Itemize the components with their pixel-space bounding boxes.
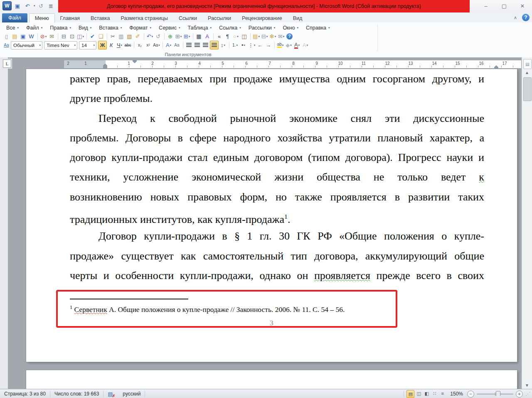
- line-spacing-button[interactable]: ↕▾: [219, 41, 227, 49]
- italic-button[interactable]: К: [107, 41, 115, 49]
- shading-button[interactable]: ◆▾: [285, 41, 293, 49]
- styles-icon[interactable]: Аа: [2, 41, 10, 49]
- page-indicator[interactable]: Страница: 3 из 80: [0, 391, 50, 397]
- menu-table[interactable]: Таблица▾: [184, 24, 215, 32]
- scrollbar-thumb[interactable]: [523, 77, 532, 101]
- minimize-button[interactable]: –: [480, 1, 492, 10]
- menu-file[interactable]: Файл▾: [22, 24, 46, 32]
- tab-mailings[interactable]: Рассылки: [202, 14, 236, 22]
- scroll-down-arrow[interactable]: ▼: [522, 382, 532, 388]
- draw-table-icon[interactable]: ⊞▾: [175, 32, 182, 40]
- change-case-button[interactable]: Aa▾: [153, 41, 160, 49]
- style-combo[interactable]: Обычный▾: [11, 41, 42, 49]
- columns-icon[interactable]: ▦: [195, 32, 203, 40]
- document-map-icon[interactable]: «: [215, 32, 223, 40]
- vertical-scrollbar[interactable]: ▤ ▲ ▼: [522, 57, 532, 389]
- paste-icon[interactable]: ▧: [126, 32, 133, 40]
- mail-options-icon[interactable]: ✉▾: [277, 32, 285, 40]
- bullet-list-button[interactable]: •▾: [239, 41, 247, 49]
- proofing-status[interactable]: ▤ ✗: [103, 391, 118, 397]
- justify-button[interactable]: [210, 41, 219, 49]
- text-line[interactable]: возникновению новых правовых форм, но та…: [70, 187, 484, 207]
- clear-formatting-icon[interactable]: Аа: [173, 41, 181, 49]
- minimize-ribbon-icon[interactable]: ∧: [514, 15, 517, 20]
- increase-indent-button[interactable]: →: [264, 41, 272, 49]
- cut-icon[interactable]: ✂: [109, 32, 117, 40]
- zoom-slider[interactable]: [477, 393, 513, 395]
- decrease-indent-button[interactable]: ←: [256, 41, 264, 49]
- text-line[interactable]: традиционных институтов, как купля-прода…: [70, 207, 484, 226]
- tab-home[interactable]: Главная: [55, 14, 86, 22]
- undo-icon[interactable]: ↶▾: [146, 32, 154, 40]
- new-document-icon[interactable]: ▯: [2, 32, 10, 40]
- research-icon[interactable]: ❏: [97, 32, 105, 40]
- menu-tools[interactable]: Сервис▾: [155, 24, 184, 32]
- menu-view[interactable]: Вид▾: [75, 24, 95, 32]
- menu-mailings[interactable]: Рассылки▾: [245, 24, 279, 32]
- tab-view[interactable]: Вид: [288, 14, 308, 22]
- strikethrough-button[interactable]: abc: [124, 41, 132, 49]
- text-line[interactable]: продаже» существует как самостоятельный …: [70, 246, 484, 266]
- scroll-up-arrow[interactable]: ▲: [522, 69, 532, 76]
- text-line[interactable]: рактер прав, передаваемых при продаже им…: [70, 69, 484, 89]
- format-painter-icon[interactable]: ✐: [134, 32, 142, 40]
- resize-grip[interactable]: ⋰: [525, 391, 530, 397]
- menu-edit[interactable]: Правка▾: [46, 24, 75, 32]
- close-button[interactable]: ✕: [516, 1, 529, 10]
- web-layout-view-button[interactable]: ◧: [423, 390, 430, 397]
- size-combo[interactable]: 14▾: [79, 41, 96, 49]
- zoom-out-button[interactable]: −: [467, 391, 474, 398]
- language-indicator[interactable]: русский: [118, 391, 145, 397]
- draft-view-button[interactable]: ≡: [439, 390, 446, 397]
- menu-link[interactable]: Ссылка▾: [215, 24, 245, 32]
- multilevel-list-button[interactable]: ⋮▾: [248, 41, 256, 49]
- menu-insert[interactable]: Вставка▾: [95, 24, 126, 32]
- insert-table-icon[interactable]: ⊞▾: [183, 32, 191, 40]
- font-color-button[interactable]: А▾: [293, 41, 301, 49]
- tab-stop-selector[interactable]: L: [3, 59, 11, 68]
- menu-help[interactable]: Справка▾: [302, 24, 334, 32]
- tab-references[interactable]: Ссылки: [173, 14, 202, 22]
- formatting-marks-icon[interactable]: ¶: [224, 32, 232, 40]
- full-screen-reading-view-button[interactable]: ◫: [415, 390, 422, 397]
- text-line[interactable]: проблемы. Договоры в сфере народного хоз…: [70, 128, 484, 148]
- zoom-in-button[interactable]: +: [516, 391, 523, 398]
- word-count[interactable]: Число слов: 19 663: [50, 391, 103, 397]
- underline-button[interactable]: Ч▾: [116, 41, 123, 49]
- book-icon[interactable]: ◫: [240, 32, 248, 40]
- text-line[interactable]: договор купли-продажи стал единым догово…: [70, 148, 484, 167]
- tab-file[interactable]: Файл: [2, 13, 27, 22]
- numbered-list-button[interactable]: 1.▾: [231, 41, 239, 49]
- align-center-button[interactable]: [193, 41, 201, 49]
- folder-icon[interactable]: ▤▾: [252, 32, 260, 40]
- text-line[interactable]: другие проблемы.: [70, 89, 484, 108]
- zoom-slider-thumb[interactable]: [496, 391, 500, 398]
- hyperlink-icon[interactable]: ⊕: [166, 32, 174, 40]
- tab-insert[interactable]: Вставка: [85, 14, 115, 22]
- wordart-icon[interactable]: A: [203, 32, 211, 40]
- maximize-button[interactable]: ▢: [498, 1, 510, 10]
- undo-icon[interactable]: ↶: [23, 1, 32, 10]
- zoom-icon[interactable]: ○▾: [232, 32, 240, 40]
- tab-page-layout[interactable]: Разметка страницы: [116, 14, 173, 22]
- outline-view-button[interactable]: ∷: [431, 390, 438, 397]
- menu-format[interactable]: Формат▾: [126, 24, 155, 32]
- text-line[interactable]: Переход к свободной рыночной экономике с…: [70, 109, 484, 128]
- print-icon[interactable]: ⊟: [60, 32, 68, 40]
- text-line[interactable]: техники, усложнение экономической жизни …: [70, 167, 484, 187]
- copy-icon[interactable]: ▥: [117, 32, 125, 40]
- open-icon[interactable]: ▤: [11, 32, 19, 40]
- text-line[interactable]: Договор купли-продажи в § 1 гл. 30 ГК РФ…: [70, 226, 484, 246]
- ruler-toggle-button[interactable]: ▤: [523, 59, 532, 69]
- page-4[interactable]: [26, 370, 517, 389]
- zoom-level[interactable]: 150%: [448, 391, 465, 397]
- horizontal-ruler[interactable]: 211234567891011121314151617: [64, 60, 522, 69]
- print-layout-view-button[interactable]: ▤: [406, 390, 414, 398]
- bold-button[interactable]: Ж: [98, 41, 107, 49]
- text-effects-button[interactable]: А▾: [301, 41, 309, 49]
- wizard-icon[interactable]: ✻▾: [269, 32, 277, 40]
- save-icon[interactable]: ▣: [13, 1, 22, 10]
- font-combo[interactable]: Times Nev▾: [44, 41, 77, 49]
- align-right-button[interactable]: [202, 41, 209, 49]
- paragraph-settings-icon[interactable]: ≣: [47, 1, 55, 10]
